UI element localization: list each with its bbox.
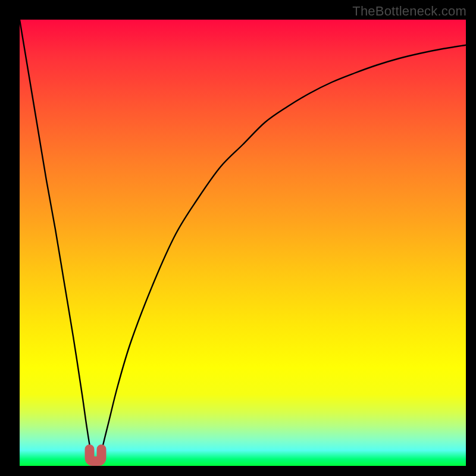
plot-area [20,20,466,466]
curve-svg [20,20,466,466]
watermark-label: TheBottleneck.com [352,4,466,19]
bottleneck-curve [20,20,466,466]
optimal-marker [90,449,102,461]
chart-frame: TheBottleneck.com [0,0,476,476]
